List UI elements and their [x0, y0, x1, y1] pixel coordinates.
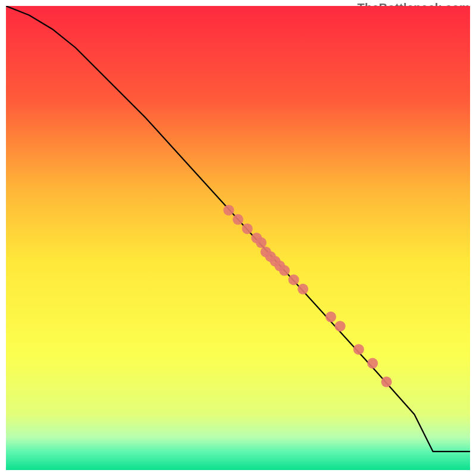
- data-point: [381, 377, 392, 387]
- data-point: [325, 312, 336, 322]
- data-point: [353, 344, 364, 355]
- data-point: [256, 237, 267, 248]
- data-point: [367, 358, 378, 369]
- data-point: [298, 284, 308, 295]
- plot-area: [6, 6, 470, 470]
- data-point: [289, 274, 299, 285]
- data-point: [335, 321, 346, 331]
- data-point: [233, 214, 243, 225]
- data-point: [223, 205, 234, 215]
- data-point: [279, 265, 290, 276]
- data-point: [242, 223, 253, 234]
- chart-svg: [6, 6, 470, 470]
- background-gradient: [6, 6, 470, 470]
- chart-container: TheBottleneck.com: [0, 0, 476, 476]
